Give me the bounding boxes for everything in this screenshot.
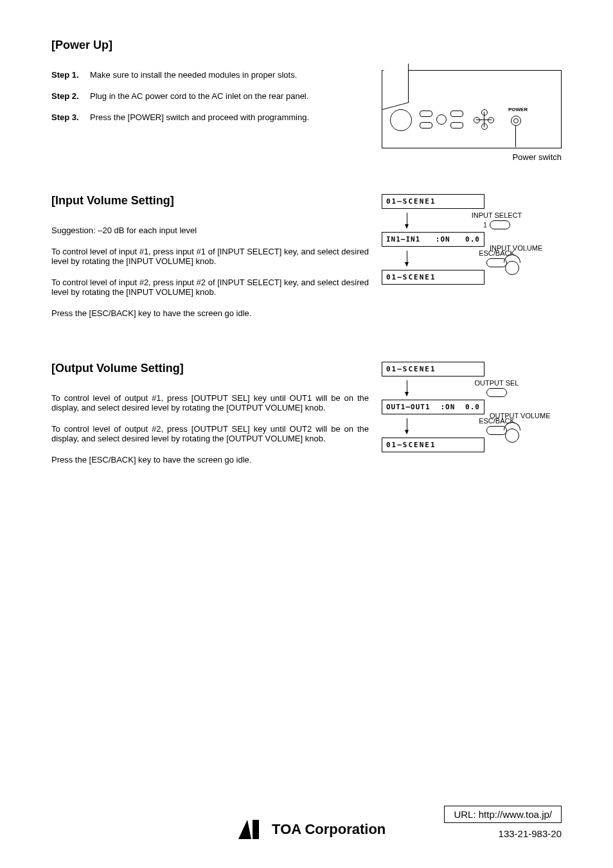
volume-knob-icon (505, 261, 519, 275)
heading-output-volume: [Output Volume Setting] (51, 362, 369, 375)
input-flow-diagram: 01–SCENE1 INPUT SELECT 1 IN1–IN1 :ON 0.0 (382, 194, 562, 285)
arrow-down-icon (407, 418, 407, 434)
section-input-volume: [Input Volume Setting] Suggestion: –20 d… (51, 194, 562, 330)
svg-rect-1 (253, 820, 259, 839)
arrow-down-icon (407, 380, 407, 396)
lcd-mid: IN1–IN1 :ON 0.0 (382, 232, 484, 247)
output-para-2: To control level of output #2, press [OU… (51, 424, 369, 443)
step-3-label: Step 3. (51, 112, 90, 122)
footer-doc-number: 133-21-983-20 (444, 828, 562, 839)
input-para-2: To control level of input #2, press inpu… (51, 278, 369, 297)
lcd-mid-left: IN1–IN1 (386, 235, 420, 244)
step-3: Step 3. Press the [POWER] switch and pro… (51, 112, 369, 122)
input-select-label: INPUT SELECT (432, 211, 562, 219)
toa-logo: TOA Corporation (238, 820, 386, 839)
step-2: Step 2. Plug in the AC power cord to the… (51, 91, 369, 101)
svg-marker-0 (238, 820, 251, 839)
volume-knob-icon (505, 429, 519, 443)
output-volume-side-label: OUTPUT VOLUME (490, 412, 551, 420)
output-sel-label: OUTPUT SEL (432, 379, 562, 387)
arrow-down-icon (407, 251, 407, 266)
input-para-1: To control level of input #1, press inpu… (51, 247, 369, 266)
step-3-text: Press the [POWER] switch and proceed wit… (90, 112, 369, 122)
power-switch-caption: Power switch (382, 152, 562, 162)
footer-url: URL: http://www.toa.jp/ (444, 806, 562, 823)
toa-logo-text: TOA Corporation (272, 821, 386, 838)
power-label: POWER (508, 107, 528, 112)
input-para-3: Press the [ESC/BACK] key to have the scr… (51, 308, 369, 318)
step-1-label: Step 1. (51, 70, 90, 80)
input-select-num: 1 (483, 222, 487, 229)
step-2-text: Plug in the AC power cord to the AC inle… (90, 91, 369, 101)
lcd-bot: 01–SCENE1 (382, 270, 484, 285)
lcd-mid-out: OUT1–OUT1 :ON 0.0 (382, 400, 484, 414)
lcd-bot-out: 01–SCENE1 (382, 438, 484, 452)
heading-input-volume: [Input Volume Setting] (51, 194, 369, 208)
toa-logo-icon (238, 820, 263, 839)
power-panel-figure: POWER (382, 70, 562, 148)
output-para-1: To control level of output #1, press [OU… (51, 393, 369, 412)
lcd-mid-val-out: 0.0 (465, 403, 480, 411)
input-volume-side-label: INPUT VOLUME (490, 244, 542, 252)
page-footer: TOA Corporation URL: http://www.toa.jp/ … (51, 806, 562, 839)
output-flow-diagram: 01–SCENE1 OUTPUT SEL OUT1–OUT1 :ON 0.0 (382, 362, 562, 452)
heading-power-up: [Power Up] (51, 39, 562, 52)
step-2-label: Step 2. (51, 91, 90, 101)
lcd-mid-val: 0.0 (465, 235, 480, 244)
step-1: Step 1. Make sure to install the needed … (51, 70, 369, 80)
arrow-down-icon (407, 213, 407, 228)
lcd-mid-left-out: OUT1–OUT1 (386, 403, 431, 411)
pill-button-icon (490, 220, 510, 229)
lcd-top: 01–SCENE1 (382, 194, 484, 209)
power-button-icon (511, 116, 521, 126)
lcd-mid-on: :ON (436, 235, 450, 244)
output-para-3: Press the [ESC/BACK] key to have the scr… (51, 455, 369, 465)
step-1-text: Make sure to install the needed modules … (90, 70, 369, 80)
lcd-mid-on-out: :ON (440, 403, 455, 411)
pill-button-icon (486, 388, 507, 397)
section-power-up: [Power Up] Step 1. Make sure to install … (51, 39, 562, 162)
section-output-volume: [Output Volume Setting] To control level… (51, 362, 562, 476)
lcd-top-out: 01–SCENE1 (382, 362, 484, 376)
input-suggestion: Suggestion: –20 dB for each input level (51, 226, 369, 235)
